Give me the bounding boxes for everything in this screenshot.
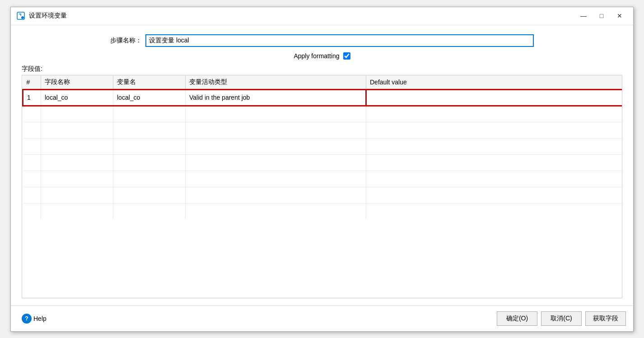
- cell-empty: [113, 203, 186, 219]
- cell-default-value: [366, 89, 622, 106]
- col-header-default-value: Default value: [366, 75, 622, 90]
- footer-left: ? Help: [18, 312, 50, 325]
- col-header-num: #: [23, 75, 41, 90]
- cell-num: 1: [23, 89, 41, 106]
- cell-empty: [366, 187, 622, 203]
- col-header-field-name: 字段名称: [41, 75, 113, 90]
- col-header-var-name: 变量名: [113, 75, 186, 90]
- apply-formatting-row: Apply formatting: [22, 52, 622, 60]
- minimize-button[interactable]: —: [575, 9, 592, 22]
- cell-empty: [23, 138, 41, 154]
- cell-empty: [41, 122, 113, 138]
- confirm-button[interactable]: 确定(O): [497, 311, 537, 326]
- cell-empty: [113, 171, 186, 187]
- content-area: 步骤名称： Apply formatting 字段值:: [11, 25, 633, 306]
- table-row[interactable]: [23, 203, 622, 219]
- cell-empty: [41, 138, 113, 154]
- get-fields-button[interactable]: 获取字段: [585, 311, 626, 326]
- table-row[interactable]: [23, 187, 622, 203]
- cell-empty: [366, 203, 622, 219]
- cell-empty: [23, 154, 41, 171]
- table-row[interactable]: [23, 171, 622, 187]
- cell-empty: [113, 154, 186, 171]
- title-bar-left: 设置环境变量: [16, 11, 67, 20]
- cell-empty: [41, 154, 113, 171]
- table-row[interactable]: 1 local_co local_co Valid in the parent …: [23, 89, 622, 106]
- help-icon: ?: [22, 314, 32, 324]
- cell-var-type: Valid in the parent job: [186, 89, 366, 106]
- table-header-row: # 字段名称 变量名 变量活动类型 Default value: [23, 75, 622, 90]
- cell-empty: [23, 187, 41, 203]
- cell-empty: [41, 203, 113, 219]
- step-name-label: 步骤名称：: [110, 37, 142, 45]
- cell-empty: [186, 154, 366, 171]
- cell-empty: [41, 106, 113, 122]
- table-row[interactable]: [23, 138, 622, 154]
- cell-empty: [186, 187, 366, 203]
- footer-buttons: 确定(O) 取消(C) 获取字段: [497, 311, 626, 326]
- cell-field-name: local_co: [41, 89, 113, 106]
- cell-empty: [41, 187, 113, 203]
- main-window: 设置环境变量 — □ ✕ 步骤名称： Apply formatting 字段值:: [10, 7, 634, 332]
- table-row[interactable]: [23, 122, 622, 138]
- cell-empty: [113, 122, 186, 138]
- table-container: # 字段名称 变量名 变量活动类型 Default value 1 local_…: [22, 75, 622, 298]
- cell-empty: [186, 171, 366, 187]
- footer: ? Help 确定(O) 取消(C) 获取字段: [11, 306, 633, 331]
- cell-empty: [113, 187, 186, 203]
- section-label: 字段值:: [22, 65, 622, 73]
- table-row[interactable]: [23, 106, 622, 122]
- title-controls: — □ ✕: [575, 9, 628, 22]
- window-icon: [16, 11, 25, 20]
- cell-empty: [23, 203, 41, 219]
- cell-empty: [186, 203, 366, 219]
- help-label: Help: [33, 315, 47, 322]
- cell-empty: [186, 138, 366, 154]
- cell-empty: [186, 106, 366, 122]
- col-header-var-type: 变量活动类型: [186, 75, 366, 90]
- title-bar: 设置环境变量 — □ ✕: [11, 7, 633, 25]
- cell-empty: [23, 106, 41, 122]
- data-table: # 字段名称 变量名 变量活动类型 Default value 1 local_…: [22, 75, 622, 220]
- close-button[interactable]: ✕: [611, 9, 628, 22]
- step-name-row: 步骤名称：: [22, 34, 622, 47]
- field-values-section: 字段值: # 字段名称 变量名 变: [22, 65, 622, 298]
- cell-empty: [41, 171, 113, 187]
- apply-formatting-label: Apply formatting: [294, 52, 339, 60]
- step-name-input[interactable]: [145, 34, 534, 47]
- cell-empty: [23, 122, 41, 138]
- cell-empty: [23, 171, 41, 187]
- maximize-button[interactable]: □: [593, 9, 610, 22]
- cell-empty: [366, 122, 622, 138]
- cell-empty: [113, 106, 186, 122]
- cell-empty: [113, 138, 186, 154]
- cell-empty: [366, 106, 622, 122]
- cell-empty: [366, 171, 622, 187]
- window-title: 设置环境变量: [29, 12, 67, 20]
- cell-empty: [186, 122, 366, 138]
- apply-formatting-checkbox[interactable]: [343, 52, 350, 60]
- cell-empty: [366, 138, 622, 154]
- table-row[interactable]: [23, 154, 622, 171]
- cancel-button[interactable]: 取消(C): [541, 311, 582, 326]
- cell-var-name: local_co: [113, 89, 186, 106]
- cell-empty: [366, 154, 622, 171]
- svg-point-1: [21, 16, 24, 19]
- help-button[interactable]: ? Help: [18, 312, 50, 325]
